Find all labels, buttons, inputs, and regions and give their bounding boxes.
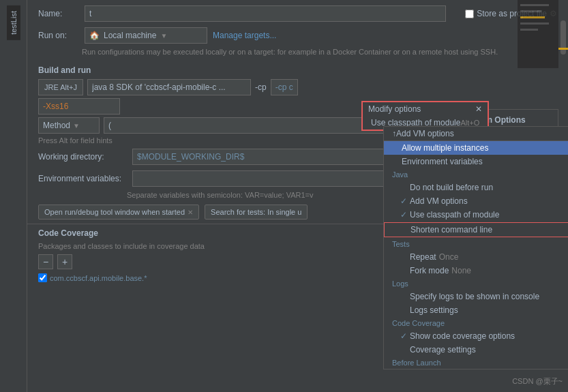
tag-search-tests[interactable]: Search for tests: In single u bbox=[205, 205, 308, 220]
dropdown-allow-multiple-label: Allow multiple instances bbox=[402, 143, 488, 153]
dropdown-specify-logs-label: Specify logs to be shown in console bbox=[410, 292, 539, 301]
cp-input[interactable]: -cp c bbox=[271, 79, 298, 95]
coverage-item-checkbox[interactable] bbox=[38, 273, 47, 282]
run-on-label: Run on: bbox=[38, 31, 79, 40]
dropdown-show-coverage[interactable]: ✓ Show code coverage options bbox=[384, 329, 568, 343]
vm-options-input[interactable]: -Xss16 bbox=[38, 98, 120, 115]
manage-targets-link[interactable]: Manage targets... bbox=[213, 31, 276, 40]
dropdown-add-vm-label: ↑Add VM options bbox=[392, 129, 454, 138]
dropdown-repeat-label: Repeat bbox=[410, 252, 436, 262]
sdk-select[interactable]: java 8 SDK of 'ccbscf-api-mobile-c ... bbox=[87, 79, 251, 95]
coverage-add-button[interactable]: + bbox=[57, 254, 72, 269]
bg-line-3 bbox=[520, 16, 545, 18]
method-select[interactable]: Method ▼ bbox=[38, 117, 100, 134]
method-chevron-icon: ▼ bbox=[73, 122, 80, 130]
dropdown-coverage-settings[interactable]: Coverage settings bbox=[384, 343, 568, 357]
tag-search-tests-label: Search for tests: In single u bbox=[211, 208, 301, 216]
dropdown-add-vm-top[interactable]: ↑Add VM options Alt+V bbox=[384, 127, 568, 141]
add-vm-checkmark: ✓ bbox=[400, 196, 410, 206]
name-label: Name: bbox=[38, 9, 79, 18]
cp-label: -cp bbox=[255, 82, 267, 92]
dropdown-specify-logs[interactable]: Specify logs to be shown in console bbox=[384, 290, 568, 303]
dropdown-env-vars[interactable]: Environment variables bbox=[384, 155, 568, 168]
bg-line-2 bbox=[520, 10, 541, 12]
coverage-remove-button[interactable]: − bbox=[38, 254, 53, 269]
dropdown-logs-section: Logs bbox=[384, 277, 568, 290]
show-coverage-checkmark: ✓ bbox=[400, 331, 410, 341]
dropdown-repeat[interactable]: Repeat Once bbox=[384, 250, 568, 264]
run-on-value: Local machine bbox=[104, 31, 156, 40]
dropdown-fork-mode[interactable]: Fork mode None bbox=[384, 264, 568, 277]
modify-options-header: Modify options ✕ bbox=[363, 102, 488, 116]
chevron-down-icon: ▼ bbox=[160, 32, 167, 40]
bg-line-1 bbox=[520, 4, 549, 6]
dropdown-repeat-value: Once bbox=[439, 252, 459, 262]
name-input[interactable] bbox=[85, 5, 446, 22]
jre-button[interactable]: JRE Alt+J bbox=[38, 79, 83, 95]
home-icon: 🏠 bbox=[89, 31, 100, 40]
run-on-description: Run configurations may be executed local… bbox=[27, 46, 568, 61]
watermark: CSDN @栗子~ bbox=[512, 376, 563, 387]
dropdown-cc-section: Code Coverage bbox=[384, 317, 568, 329]
build-run-title: Build and run bbox=[27, 61, 568, 78]
working-dir-label: Working directory: bbox=[38, 152, 127, 162]
dropdown-allow-multiple[interactable]: Allow multiple instances bbox=[384, 141, 568, 155]
dropdown-tests-section: Tests bbox=[384, 238, 568, 250]
dropdown-do-not-build[interactable]: Do not build before run bbox=[384, 181, 568, 194]
dropdown-use-classpath-label: Use classpath of module bbox=[410, 210, 499, 220]
sidebar-tab-testlist[interactable]: testList bbox=[7, 5, 20, 40]
dropdown-menu: ↑Add VM options Alt+V Allow multiple ins… bbox=[383, 126, 568, 370]
bg-line-4 bbox=[520, 22, 549, 25]
tag-open-window[interactable]: Open run/debug tool window when started … bbox=[38, 205, 199, 220]
run-on-select[interactable]: 🏠 Local machine ▼ bbox=[85, 27, 207, 44]
bg-line-5 bbox=[520, 29, 538, 31]
dropdown-do-not-build-label: Do not build before run bbox=[410, 183, 493, 192]
dropdown-before-launch-section: Before Launch bbox=[384, 357, 568, 369]
dropdown-coverage-settings-label: Coverage settings bbox=[410, 345, 476, 355]
dropdown-use-classpath[interactable]: ✓ Use classpath of module bbox=[384, 208, 568, 222]
dropdown-java-section: Java bbox=[384, 168, 568, 181]
dropdown-shorten-cmd[interactable]: Shorten command line bbox=[384, 222, 568, 237]
modify-options-title: Modify options bbox=[368, 104, 421, 114]
env-vars-label: Environment variables: bbox=[38, 174, 127, 183]
dropdown-shorten-cmd-label: Shorten command line bbox=[410, 225, 492, 235]
tag-open-window-close[interactable]: ✕ bbox=[188, 209, 193, 216]
background-decoration bbox=[518, 0, 558, 68]
dropdown-add-vm-opts[interactable]: ✓ Add VM options bbox=[384, 194, 568, 208]
tag-open-window-label: Open run/debug tool window when started bbox=[44, 208, 185, 216]
use-classpath-checkmark: ✓ bbox=[400, 210, 410, 220]
sidebar: testList bbox=[0, 0, 27, 392]
dropdown-fork-mode-value: None bbox=[451, 266, 471, 275]
store-project-checkbox[interactable] bbox=[465, 10, 474, 18]
modify-options-close-icon[interactable]: ✕ bbox=[475, 104, 482, 114]
dropdown-env-vars-label: Environment variables bbox=[402, 157, 483, 166]
dropdown-fork-mode-label: Fork mode bbox=[410, 266, 449, 275]
dropdown-logs-settings[interactable]: Logs settings bbox=[384, 303, 568, 317]
dropdown-add-vm-opts-label: Add VM options bbox=[410, 196, 468, 206]
dropdown-logs-settings-label: Logs settings bbox=[410, 305, 458, 315]
dropdown-show-coverage-label: Show code coverage options bbox=[410, 331, 515, 341]
scroll-indicator bbox=[558, 48, 568, 50]
